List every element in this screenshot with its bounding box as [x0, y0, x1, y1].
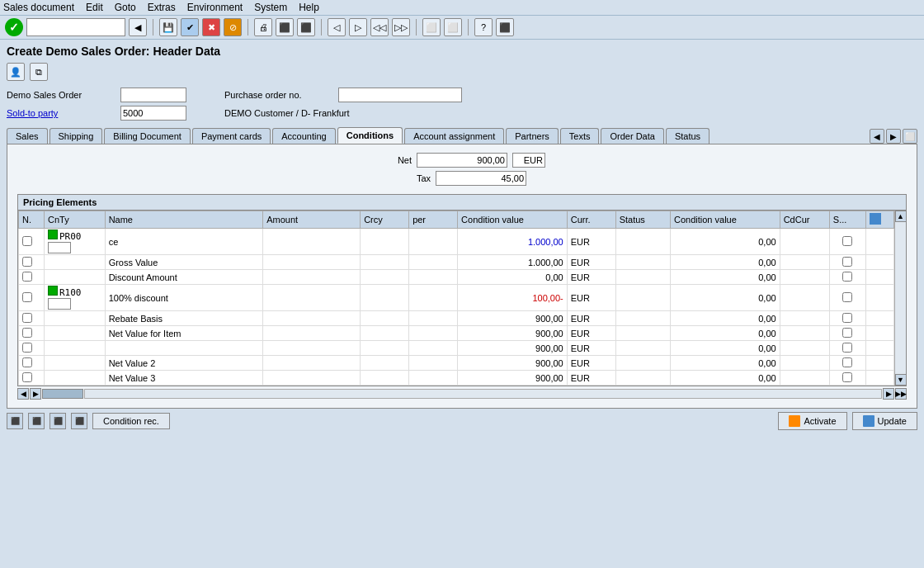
tool9-btn[interactable]: ◁◁	[370, 18, 389, 36]
tool6-btn[interactable]: ⬛	[297, 18, 315, 36]
row-s-checkbox	[829, 371, 865, 386]
menu-environment[interactable]: Environment	[187, 2, 243, 13]
row-name: Net Value 3	[105, 371, 263, 386]
tab-expand[interactable]: ⬜	[903, 129, 917, 144]
vscroll-up[interactable]: ▲	[895, 211, 907, 222]
hscroll-right2[interactable]: ▶	[883, 388, 894, 400]
row-per	[409, 270, 458, 285]
tab-account-assignment[interactable]: Account assignment	[404, 128, 504, 144]
hscroll-left[interactable]: ◀	[17, 388, 29, 400]
row-curr: EUR	[567, 255, 615, 270]
tab-partners[interactable]: Partners	[506, 128, 559, 144]
col-amount: Amount	[263, 211, 361, 229]
tab-shipping[interactable]: Shipping	[50, 128, 103, 144]
menu-extras[interactable]: Extras	[148, 2, 176, 13]
net-input[interactable]	[417, 153, 507, 168]
row-crcy	[361, 270, 409, 285]
col-cond-value2: Condition value	[671, 211, 780, 229]
row-status	[615, 229, 670, 255]
row-cond-value2: 0,00	[671, 356, 780, 371]
tab-billing-document[interactable]: Billing Document	[104, 128, 191, 144]
col-cdcur: CdCur	[780, 211, 829, 229]
col-curr: Curr.	[567, 211, 615, 229]
tab-sales[interactable]: Sales	[7, 128, 48, 144]
tab-conditions[interactable]: Conditions	[337, 127, 403, 144]
tax-row: Tax	[398, 171, 526, 186]
row-cdcur	[780, 285, 829, 311]
tool11-btn[interactable]: ⬜	[422, 18, 441, 36]
row-crcy	[361, 255, 409, 270]
tax-input[interactable]	[436, 171, 526, 186]
row-cond-value2: 0,00	[671, 270, 780, 285]
activate-button[interactable]: Activate	[778, 412, 846, 430]
col-n: N.	[19, 211, 45, 229]
tab-order-data[interactable]: Order Data	[601, 128, 663, 144]
row-per	[409, 311, 458, 326]
menu-edit[interactable]: Edit	[86, 2, 103, 13]
tool13-btn[interactable]: ⬛	[496, 18, 514, 36]
back-btn[interactable]: ◀	[129, 18, 147, 36]
demo-sales-order-input[interactable]	[120, 88, 186, 102]
tool7-btn[interactable]: ◁	[328, 18, 346, 36]
shortcut3-btn[interactable]: ⊘	[224, 18, 242, 36]
bottom-icon4[interactable]: ⬛	[71, 413, 87, 429]
tab-texts[interactable]: Texts	[560, 128, 600, 144]
sold-to-party-label[interactable]: Sold-to party	[7, 108, 114, 118]
pricing-elements-header: Pricing Elements	[18, 195, 906, 211]
condition-rec-button[interactable]: Condition rec.	[92, 413, 170, 429]
tab-payment-cards[interactable]: Payment cards	[192, 128, 271, 144]
command-input[interactable]	[26, 18, 125, 36]
bottom-icon1[interactable]: ⬛	[7, 413, 23, 429]
update-button[interactable]: Update	[852, 412, 917, 430]
hscroll-right[interactable]: ▶	[30, 388, 41, 400]
tab-scroll-right[interactable]: ▶	[886, 129, 901, 144]
row-extra	[866, 371, 894, 386]
tab-status[interactable]: Status	[666, 128, 710, 144]
hscroll-right3[interactable]: ▶▶	[895, 388, 907, 400]
duplicate-icon[interactable]: ⧉	[30, 63, 48, 81]
tab-scroll-left[interactable]: ◀	[870, 129, 884, 144]
sold-to-party-input[interactable]	[120, 106, 186, 121]
bottom-icon3[interactable]: ⬛	[50, 413, 66, 429]
person-icon[interactable]: 👤	[7, 63, 25, 81]
row-status	[615, 285, 670, 311]
net-currency-input[interactable]	[512, 153, 545, 168]
row-name: ce	[105, 229, 263, 255]
tab-accounting[interactable]: Accounting	[272, 128, 335, 144]
tool5-btn[interactable]: ⬛	[276, 18, 294, 36]
form-area: Demo Sales Order Purchase order no. Sold…	[0, 84, 924, 124]
table-row: Rebate Basis900,00EUR0,00	[19, 311, 894, 326]
row-s-checkbox	[829, 341, 865, 356]
shortcut2-btn[interactable]: ✖	[202, 18, 220, 36]
row-amount	[263, 285, 361, 311]
tool10-btn[interactable]: ▷▷	[392, 18, 410, 36]
print-btn[interactable]: 🖨	[254, 18, 272, 36]
table-row: Net Value for Item900,00EUR0,00	[19, 326, 894, 341]
form-row-soldto: Sold-to party DEMO Customer / D- Frankfu…	[7, 106, 917, 121]
row-s-checkbox	[829, 229, 865, 255]
row-amount	[263, 255, 361, 270]
row-crcy	[361, 285, 409, 311]
menu-help[interactable]: Help	[299, 2, 319, 13]
tool12-btn[interactable]: ⬜	[444, 18, 462, 36]
activate-icon	[789, 415, 800, 427]
col-extra	[866, 211, 894, 229]
vscroll-down[interactable]: ▼	[895, 374, 907, 386]
purchase-order-input[interactable]	[338, 88, 462, 102]
row-s-checkbox	[829, 356, 865, 371]
row-extra	[866, 255, 894, 270]
col-cond-value: Condition value	[458, 211, 568, 229]
menu-sales-document[interactable]: Sales document	[3, 2, 74, 13]
row-curr: EUR	[567, 270, 615, 285]
menu-goto[interactable]: Goto	[115, 2, 136, 13]
bottom-icon2[interactable]: ⬛	[28, 413, 45, 429]
row-amount	[263, 270, 361, 285]
tool8-btn[interactable]: ▷	[349, 18, 367, 36]
save-btn[interactable]: 💾	[159, 18, 177, 36]
menu-system[interactable]: System	[254, 2, 287, 13]
row-extra	[866, 229, 894, 255]
row-crcy	[361, 371, 409, 386]
row-cond-value: 900,00	[458, 341, 568, 356]
help-btn[interactable]: ?	[474, 18, 493, 36]
shortcut1-btn[interactable]: ✔	[181, 18, 199, 36]
